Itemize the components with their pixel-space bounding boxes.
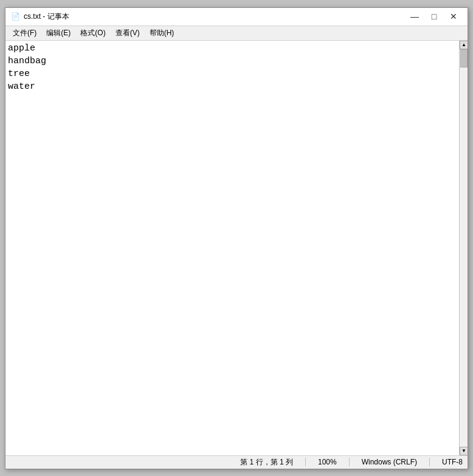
status-separator-3 bbox=[429, 458, 430, 466]
menu-bar: 文件(F) 编辑(E) 格式(O) 查看(V) 帮助(H) bbox=[5, 26, 468, 41]
menu-view[interactable]: 查看(V) bbox=[111, 26, 145, 40]
menu-file[interactable]: 文件(F) bbox=[8, 26, 41, 40]
status-separator-2 bbox=[349, 458, 350, 466]
notepad-icon-glyph: 📄 bbox=[11, 12, 20, 21]
status-separator-1 bbox=[305, 458, 306, 466]
app-icon: 📄 bbox=[10, 12, 20, 21]
window-title: cs.txt - 记事本 bbox=[24, 12, 69, 22]
title-bar: 📄 cs.txt - 记事本 — □ ✕ bbox=[5, 8, 468, 26]
cursor-position: 第 1 行，第 1 列 bbox=[240, 457, 293, 467]
close-button[interactable]: ✕ bbox=[444, 10, 463, 23]
scroll-track[interactable] bbox=[460, 49, 468, 447]
maximize-button[interactable]: □ bbox=[425, 10, 443, 23]
encoding: UTF-8 bbox=[442, 458, 463, 466]
notepad-window: 📄 cs.txt - 记事本 — □ ✕ 文件(F) 编辑(E) 格式(O) 查… bbox=[5, 7, 468, 469]
scroll-thumb[interactable] bbox=[460, 49, 468, 67]
zoom-level: 100% bbox=[318, 458, 337, 466]
title-bar-left: 📄 cs.txt - 记事本 bbox=[10, 12, 69, 22]
line-ending: Windows (CRLF) bbox=[362, 458, 417, 466]
scroll-up-button[interactable]: ▲ bbox=[460, 41, 468, 49]
status-bar: 第 1 行，第 1 列 100% Windows (CRLF) UTF-8 bbox=[5, 455, 468, 469]
scroll-down-button[interactable]: ▼ bbox=[460, 447, 468, 455]
text-editor[interactable]: apple handbag tree water bbox=[5, 41, 459, 455]
window-controls: — □ ✕ bbox=[406, 10, 463, 23]
menu-edit[interactable]: 编辑(E) bbox=[41, 26, 75, 40]
minimize-button[interactable]: — bbox=[406, 10, 424, 23]
menu-format[interactable]: 格式(O) bbox=[75, 26, 110, 40]
editor-area: apple handbag tree water ▲ ▼ bbox=[5, 41, 468, 455]
vertical-scrollbar[interactable]: ▲ ▼ bbox=[459, 41, 468, 455]
menu-help[interactable]: 帮助(H) bbox=[145, 26, 179, 40]
